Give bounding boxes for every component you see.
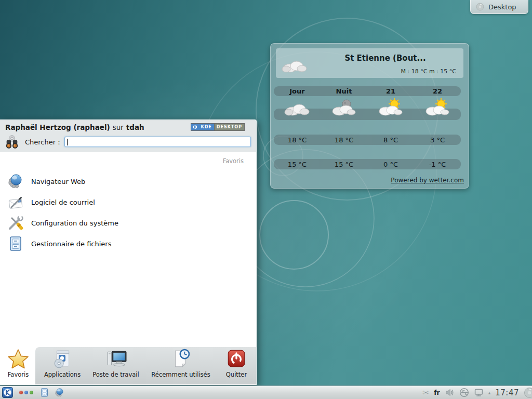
weather-col-night: Nuit: [321, 87, 367, 95]
kde-menu-button[interactable]: [2, 387, 13, 398]
keyboard-layout-indicator[interactable]: fr: [434, 389, 440, 396]
high-temp: 8 °C: [367, 136, 414, 144]
favorite-label: Logiciel de courriel: [31, 198, 95, 206]
kickoff-menu: Raphaël Hertzog (raphael) sur tdah KDE D…: [0, 119, 257, 385]
low-temp: 0 °C: [367, 161, 414, 168]
kde-desktop-badge: KDE DESKTOP: [191, 123, 245, 131]
high-temp: 18 °C: [321, 136, 367, 144]
kickoff-favorites-view: Favoris Navigateur Web Logiciel de courr…: [0, 152, 256, 346]
system-settings-icon: [7, 215, 24, 231]
file-manager-icon: [7, 235, 24, 252]
desktop-folder-label: Desktop: [488, 3, 516, 11]
mail-client-icon: [7, 194, 24, 210]
kickoff-tab-bar: Favoris Applications Poste de travail Ré…: [0, 346, 256, 384]
device-notifier-usb-icon[interactable]: [459, 388, 469, 397]
weather-widget: St Etienne (Bout... M : 18 °C m : 15 °C …: [270, 43, 469, 189]
weather-col-21: 21: [367, 87, 414, 95]
shutdown-power-icon: [225, 348, 247, 370]
favorite-label: Gestionnaire de fichiers: [31, 240, 111, 248]
user-connector: sur: [113, 123, 124, 131]
pager-dots-icon[interactable]: [18, 391, 34, 394]
favorite-item-system-settings[interactable]: Configuration du système: [0, 212, 256, 233]
high-temp: 18 °C: [274, 136, 321, 144]
weather-forecast-icons: [274, 98, 461, 118]
digital-clock[interactable]: 17:47: [495, 388, 519, 397]
weather-high-temps: 18 °C 18 °C 8 °C 3 °C: [274, 135, 461, 145]
star-icon: [7, 348, 29, 370]
tab-label: Poste de travail: [92, 371, 139, 378]
tab-label: Quitter: [226, 371, 247, 378]
weather-low-temps: 15 °C 15 °C 0 °C -1 °C: [274, 159, 461, 169]
tab-label: Récemment utilisés: [151, 371, 210, 378]
panel-cashew-icon[interactable]: [524, 387, 532, 398]
volume-speaker-icon[interactable]: [445, 388, 455, 397]
kde-logo-icon: [191, 124, 199, 130]
favorite-item-file-manager[interactable]: Gestionnaire de fichiers: [0, 233, 256, 254]
tab-label: Applications: [44, 371, 81, 378]
favorites-list: Navigateur Web Logiciel de courriel Conf…: [0, 171, 256, 254]
plasma-cashew-icon: [476, 3, 484, 11]
tab-computer[interactable]: Poste de travail: [88, 346, 143, 384]
computer-icon: [105, 348, 127, 370]
system-tray: ✂ fr ▴ 17:47: [423, 387, 532, 398]
tab-recently-used[interactable]: Récemment utilisés: [143, 346, 218, 384]
tray-expand-arrow-icon[interactable]: ▴: [488, 390, 491, 395]
low-temp: -1 °C: [414, 161, 461, 168]
weather-col-day: Jour: [274, 87, 321, 95]
high-temp: 3 °C: [414, 136, 461, 144]
weather-col-22: 22: [414, 87, 461, 95]
kickoff-search-row: Chercher :: [0, 135, 256, 152]
desktop-folder-widget[interactable]: Desktop: [470, 0, 528, 14]
recent-documents-clock-icon: [170, 348, 192, 370]
wetter-com-link[interactable]: Powered by wetter.com: [391, 177, 464, 184]
forecast-cloudy-night-icon: [330, 98, 357, 116]
forecast-sun-cloud-icon: [377, 98, 404, 116]
web-browser-launcher-icon[interactable]: [55, 388, 64, 397]
favorite-label: Navigateur Web: [31, 178, 85, 185]
low-temp: 15 °C: [274, 161, 321, 168]
user-fullname: Raphaël Hertzog (raphael): [5, 123, 110, 131]
application-box-icon: [51, 348, 73, 370]
web-browser-icon: [7, 173, 24, 190]
badge-kde-text: KDE: [199, 124, 214, 130]
tab-leave[interactable]: Quitter: [218, 346, 255, 384]
hostname: tdah: [126, 123, 144, 131]
tab-applications[interactable]: Applications: [36, 346, 88, 384]
weather-header: St Etienne (Bout... M : 18 °C m : 15 °C: [276, 48, 463, 78]
favorite-label: Configuration du système: [31, 219, 118, 227]
forecast-sun-cloud-icon: [424, 98, 451, 116]
panel-launchers: [0, 387, 64, 398]
tab-label: Favoris: [8, 371, 29, 378]
search-label: Chercher :: [25, 138, 60, 146]
file-manager-launcher-icon[interactable]: [39, 388, 49, 397]
text-caret: [67, 139, 68, 145]
weather-location-title: St Etienne (Bout...: [312, 54, 458, 63]
favorites-section-label: Favoris: [223, 157, 244, 165]
weather-column-headers: Jour Nuit 21 22: [274, 86, 461, 96]
low-temp: 15 °C: [321, 161, 367, 168]
badge-desktop-text: DESKTOP: [214, 124, 244, 130]
current-weather-cloudy-icon: [280, 55, 309, 73]
weather-minmax: M : 18 °C m : 15 °C: [401, 68, 456, 75]
bottom-panel: ✂ fr ▴ 17:47: [0, 385, 532, 399]
favorite-item-web-browser[interactable]: Navigateur Web: [0, 171, 256, 192]
search-input[interactable]: [64, 137, 251, 147]
favorite-item-mail-client[interactable]: Logiciel de courriel: [0, 192, 256, 212]
search-binoculars-icon: [4, 134, 20, 150]
network-monitor-icon[interactable]: [474, 388, 484, 397]
kickoff-user-header: Raphaël Hertzog (raphael) sur tdah KDE D…: [0, 120, 256, 135]
clipboard-scissors-icon[interactable]: ✂: [423, 388, 430, 397]
tab-favorites[interactable]: Favoris: [1, 346, 35, 384]
forecast-cloudy-icon: [284, 98, 311, 116]
